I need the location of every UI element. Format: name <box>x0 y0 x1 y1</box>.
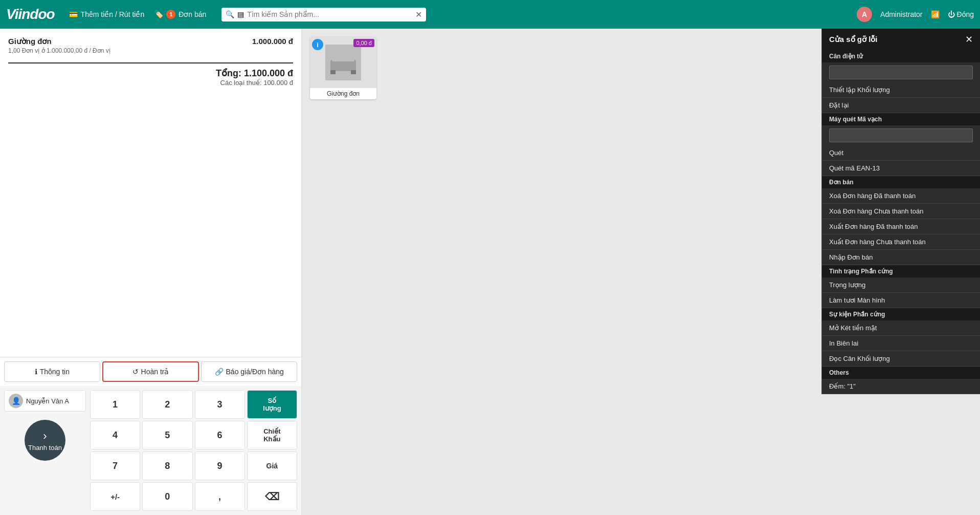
key-3[interactable]: 3 <box>195 390 245 419</box>
quote-tab-label: Báo giá/Đơn hàng <box>226 368 284 376</box>
svg-rect-0 <box>330 60 356 71</box>
tab-info[interactable]: ℹ Thông tin <box>4 361 100 382</box>
debug-barcode-input[interactable] <box>829 128 973 142</box>
product-badge: 0,00 đ <box>353 39 374 47</box>
search-bar: 🔍 ▤ ✕ <box>221 8 426 22</box>
debug-item-export-unpaid[interactable]: Xuất Đơn hàng Chưa thanh toán <box>822 234 980 250</box>
action-tabs: ℹ Thông tin ↺ Hoàn trả 🔗 Báo giá/Đơn hàn… <box>0 357 301 386</box>
svg-rect-3 <box>351 70 356 74</box>
key-plusminus[interactable]: +/- <box>90 482 140 511</box>
order-item-row: Giường đơn 1,00 Đơn vị ở 1.000.000,00 đ … <box>8 37 293 54</box>
close-icon: ⏻ <box>948 10 955 18</box>
svg-rect-1 <box>332 57 354 61</box>
debug-title: Cửa sổ gỡ lỗi <box>829 35 878 44</box>
main-layout: Giường đơn 1,00 Đơn vị ở 1.000.000,00 đ … <box>0 29 980 515</box>
product-info-button[interactable]: i <box>312 39 323 50</box>
info-tab-icon: ℹ <box>35 368 37 376</box>
debug-section-barcode: Máy quét Mã vạch <box>822 113 980 125</box>
svg-rect-2 <box>330 70 336 74</box>
key-6[interactable]: 6 <box>195 421 245 449</box>
key-7[interactable]: 7 <box>90 452 140 480</box>
order-item-name: Giường đơn 1,00 Đơn vị ở 1.000.000,00 đ … <box>8 37 110 54</box>
order-items: Giường đơn 1,00 Đơn vị ở 1.000.000,00 đ … <box>0 29 301 357</box>
clear-search-button[interactable]: ✕ <box>415 10 422 19</box>
debug-item-import-orders[interactable]: Nhập Đơn bán <box>822 250 980 265</box>
order-item-price: 1.000.000 đ <box>252 37 293 46</box>
admin-label: Administrator <box>880 10 922 18</box>
debug-section-hw-events: Sự kiện Phần cứng <box>822 308 980 320</box>
debug-item-delete-paid[interactable]: Xoá Đơn hàng Đã thanh toán <box>822 188 980 204</box>
header: Viindoo 💳 Thêm tiền / Rút tiền 🏷️ 1 Đơn … <box>0 0 980 29</box>
customer-icon: 👤 <box>9 394 23 408</box>
person-icon: 👤 <box>12 397 20 405</box>
orders-icon: 🏷️ <box>154 10 163 18</box>
wifi-icon: 📶 <box>931 10 940 18</box>
key-backspace[interactable]: ⌫ <box>247 482 297 511</box>
customer-name: Nguyễn Văn A <box>26 397 69 405</box>
key-qty[interactable]: Sốlượng <box>247 390 297 419</box>
key-price[interactable]: Giá <box>247 452 297 480</box>
quote-tab-icon: 🔗 <box>215 368 224 376</box>
debug-header: Cửa sổ gỡ lỗi ✕ <box>822 29 980 50</box>
orders-button[interactable]: 🏷️ 1 Đơn bán <box>154 10 206 19</box>
debug-item-open-drawer[interactable]: Mở Két tiền mặt <box>822 320 980 336</box>
debug-item-refresh-screen[interactable]: Làm tươi Màn hình <box>822 293 980 308</box>
debug-item-read-scale[interactable]: Đọc Cân Khối lượng <box>822 351 980 367</box>
return-tab-label: Hoàn trả <box>141 368 169 376</box>
debug-item-scan[interactable]: Quét <box>822 145 980 161</box>
close-session-button[interactable]: ⏻ Đóng <box>948 10 974 18</box>
order-divider <box>8 62 293 63</box>
key-8[interactable]: 8 <box>142 452 192 480</box>
debug-close-button[interactable]: ✕ <box>965 34 973 45</box>
debug-scale-input[interactable] <box>829 66 973 79</box>
customer-area: 👤 Nguyễn Văn A › Thanh toán <box>4 390 86 511</box>
right-panel: i 0,00 đ Giường đơn Cửa sổ gỡ lỗi <box>302 29 980 515</box>
key-1[interactable]: 1 <box>90 390 140 419</box>
debug-item-weight[interactable]: Trọng lượng <box>822 277 980 293</box>
tab-return[interactable]: ↺ Hoàn trả <box>102 361 199 382</box>
debug-barcode-input-group <box>822 125 980 145</box>
numpad-grid: 1 2 3 Sốlượng 4 5 6 ChiếtKhấu 7 8 9 Giá … <box>90 390 297 511</box>
key-9[interactable]: 9 <box>195 452 245 480</box>
key-2[interactable]: 2 <box>142 390 192 419</box>
search-input[interactable] <box>247 10 412 18</box>
order-total: Tổng: 1.100.000 đ <box>216 68 293 79</box>
order-label: Đơn bán <box>179 10 206 18</box>
debug-section-scale: Cân điện tử <box>822 50 980 62</box>
order-tax: Các loại thuế: 100.000 đ <box>220 79 293 87</box>
add-money-button[interactable]: 💳 Thêm tiền / Rút tiền <box>69 10 145 18</box>
key-4[interactable]: 4 <box>90 421 140 449</box>
key-discount[interactable]: ChiếtKhấu <box>247 421 297 449</box>
key-comma[interactable]: , <box>195 482 245 511</box>
checkout-label: Thanh toán <box>28 444 62 452</box>
debug-item-set-weight[interactable]: Thiết lập Khối lượng <box>822 82 980 98</box>
debug-window: Cửa sổ gỡ lỗi ✕ Cân điện tử Thiết lập Kh… <box>821 29 980 394</box>
key-5[interactable]: 5 <box>142 421 192 449</box>
order-tax-row: Các loại thuế: 100.000 đ <box>8 79 293 87</box>
debug-scale-input-group <box>822 62 980 82</box>
checkout-button[interactable]: › Thanh toán <box>25 420 65 461</box>
debug-item-print-receipt[interactable]: In Biên lai <box>822 336 980 351</box>
close-label: Đóng <box>957 10 974 18</box>
debug-item-delete-unpaid[interactable]: Xoá Đơn hàng Chưa thanh toán <box>822 204 980 219</box>
checkout-arrow-icon: › <box>43 430 47 443</box>
tab-quote[interactable]: 🔗 Báo giá/Đơn hàng <box>201 361 297 382</box>
debug-item-count[interactable]: Đếm: "1" <box>822 379 980 394</box>
debug-section-others: Others <box>822 367 980 379</box>
order-total-row: Tổng: 1.100.000 đ <box>8 68 293 79</box>
debug-section-hw-status: Tình trạng Phần cứng <box>822 265 980 277</box>
debug-item-reset[interactable]: Đặt lại <box>822 98 980 113</box>
logo: Viindoo <box>6 6 55 23</box>
product-card-name: Giường đơn <box>310 88 376 99</box>
debug-item-scan-ean13[interactable]: Quét mã EAN-13 <box>822 161 980 176</box>
customer-row[interactable]: 👤 Nguyễn Văn A <box>4 390 86 412</box>
info-tab-label: Thông tin <box>40 368 70 376</box>
debug-item-export-paid[interactable]: Xuất Đơn hàng Đã thanh toán <box>822 219 980 234</box>
order-badge: 1 <box>166 10 175 19</box>
barcode-icon: ▤ <box>237 10 244 18</box>
product-image-placeholder <box>325 45 361 80</box>
key-0[interactable]: 0 <box>142 482 192 511</box>
avatar: A <box>857 7 872 22</box>
left-panel: Giường đơn 1,00 Đơn vị ở 1.000.000,00 đ … <box>0 29 302 515</box>
return-tab-icon: ↺ <box>132 368 139 376</box>
